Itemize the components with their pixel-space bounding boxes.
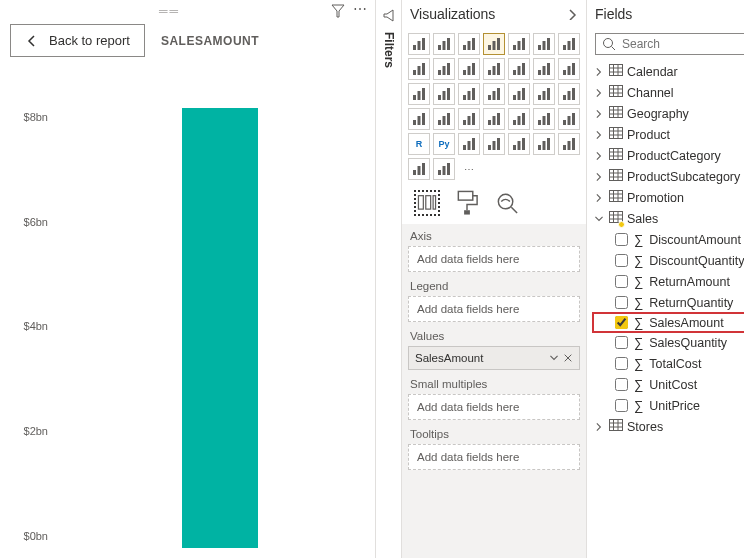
well-small-multiples[interactable]: Add data fields here [408, 394, 580, 420]
viz-treemap-icon[interactable] [483, 83, 505, 105]
viz-funnel-icon[interactable] [558, 58, 580, 80]
chevron-down-icon[interactable] [549, 353, 559, 363]
viz-stacked-column-icon[interactable] [433, 33, 455, 55]
tab-build-visual[interactable] [414, 190, 440, 216]
viz-clustered-column-icon[interactable] [483, 33, 505, 55]
viz-more-icon[interactable]: ⋯ [458, 158, 480, 180]
viz-decomposition-tree-icon[interactable] [483, 133, 505, 155]
field-checkbox[interactable] [615, 233, 628, 246]
viz-ribbon-icon[interactable] [508, 58, 530, 80]
fields-header[interactable]: Fields [587, 0, 744, 29]
fields-search[interactable] [595, 33, 744, 55]
funnel-icon[interactable] [331, 4, 345, 18]
field-unitcost[interactable]: ∑UnitCost [593, 374, 744, 395]
viz-python-visual-icon[interactable]: Py [433, 133, 455, 155]
viz-qna-icon[interactable] [508, 133, 530, 155]
field-checkbox[interactable] [615, 399, 628, 412]
table-label: Stores [627, 420, 663, 434]
back-to-report-button[interactable]: Back to report [10, 24, 145, 57]
table-label: ProductCategory [627, 149, 721, 163]
visualizations-header[interactable]: Visualizations [402, 0, 586, 29]
viz-hundred-stacked-bar-icon[interactable] [508, 33, 530, 55]
more-options-icon[interactable]: ⋯ [353, 4, 367, 18]
field-salesquantity[interactable]: ∑SalesQuantity [593, 332, 744, 353]
viz-clustered-bar-icon[interactable] [458, 33, 480, 55]
field-totalcost[interactable]: ∑TotalCost [593, 353, 744, 374]
viz-slicer-icon[interactable] [508, 108, 530, 130]
viz-multi-row-card-icon[interactable] [458, 108, 480, 130]
viz-stacked-bar-icon[interactable] [408, 33, 430, 55]
field-checkbox[interactable] [615, 336, 628, 349]
viz-scatter-icon[interactable] [408, 83, 430, 105]
viz-line-clustered-column-icon[interactable] [483, 58, 505, 80]
plot-area [50, 87, 365, 548]
viz-r-visual-icon[interactable]: R [408, 133, 430, 155]
drag-grip-icon[interactable]: ══ [159, 4, 180, 18]
field-discountquantity[interactable]: ∑DiscountQuantity [593, 250, 744, 271]
field-checkbox[interactable] [615, 254, 628, 267]
well-legend[interactable]: Add data fields here [408, 296, 580, 322]
viz-card-icon[interactable] [433, 108, 455, 130]
tab-format-visual[interactable] [454, 190, 480, 216]
field-returnquantity[interactable]: ∑ReturnQuantity [593, 292, 744, 313]
fields-title: Fields [595, 6, 632, 22]
field-returnamount[interactable]: ∑ReturnAmount [593, 271, 744, 292]
table-stores[interactable]: Stores [593, 416, 744, 437]
table-productcategory[interactable]: ProductCategory [593, 145, 744, 166]
y-axis: $0bn$2bn$4bn$6bn$8bn [4, 87, 48, 548]
field-salesamount[interactable]: ∑SalesAmount [593, 313, 744, 332]
viz-paginated-icon[interactable] [558, 133, 580, 155]
well-label-values: Values [408, 324, 580, 344]
back-label: Back to report [49, 33, 130, 48]
viz-pie-icon[interactable] [433, 83, 455, 105]
field-label: SalesQuantity [649, 336, 727, 350]
table-label: Geography [627, 107, 689, 121]
viz-map-icon[interactable] [508, 83, 530, 105]
viz-power-apps-icon[interactable] [408, 158, 430, 180]
viz-line-icon[interactable] [558, 33, 580, 55]
viz-filled-map-icon[interactable] [533, 83, 555, 105]
viz-azure-map-icon[interactable] [558, 83, 580, 105]
fields-search-input[interactable] [622, 37, 744, 51]
field-checkbox[interactable] [615, 275, 628, 288]
field-checkbox[interactable] [615, 296, 628, 309]
viz-area-icon[interactable] [408, 58, 430, 80]
table-calendar[interactable]: Calendar [593, 61, 744, 82]
field-unitprice[interactable]: ∑UnitPrice [593, 395, 744, 416]
well-tooltips[interactable]: Add data fields here [408, 444, 580, 470]
viz-kpi-icon[interactable] [483, 108, 505, 130]
well-axis[interactable]: Add data fields here [408, 246, 580, 272]
viz-matrix-icon[interactable] [558, 108, 580, 130]
remove-field-icon[interactable] [563, 353, 573, 363]
table-promotion[interactable]: Promotion [593, 187, 744, 208]
viz-waterfall-icon[interactable] [533, 58, 555, 80]
table-sales[interactable]: Sales [593, 208, 744, 229]
field-checkbox[interactable] [615, 378, 628, 391]
table-label: Promotion [627, 191, 684, 205]
viz-line-stacked-column-icon[interactable] [458, 58, 480, 80]
filters-pane-collapsed[interactable]: Filters [376, 0, 402, 558]
viz-power-automate-icon[interactable] [433, 158, 455, 180]
well-values-item[interactable]: SalesAmount [408, 346, 580, 370]
announce-icon [382, 8, 396, 22]
table-product[interactable]: Product [593, 124, 744, 145]
viz-stacked-area-icon[interactable] [433, 58, 455, 80]
viz-donut-icon[interactable] [458, 83, 480, 105]
viz-gauge-icon[interactable] [408, 108, 430, 130]
bar-salesamount[interactable] [182, 108, 258, 548]
field-discountamount[interactable]: ∑DiscountAmount [593, 229, 744, 250]
field-checkbox[interactable] [615, 357, 628, 370]
y-tick: $6bn [24, 216, 48, 228]
viz-table-icon[interactable] [533, 108, 555, 130]
table-label: Channel [627, 86, 674, 100]
table-geography[interactable]: Geography [593, 103, 744, 124]
viz-smart-narrative-icon[interactable] [533, 133, 555, 155]
table-channel[interactable]: Channel [593, 82, 744, 103]
chart-area[interactable]: $0bn$2bn$4bn$6bn$8bn [0, 67, 375, 558]
viz-hundred-stacked-column-icon[interactable] [533, 33, 555, 55]
tab-analytics[interactable] [494, 190, 520, 216]
field-label: ReturnAmount [649, 275, 730, 289]
viz-key-influencers-icon[interactable] [458, 133, 480, 155]
field-checkbox[interactable] [615, 316, 628, 329]
table-productsubcategory[interactable]: ProductSubcategory [593, 166, 744, 187]
